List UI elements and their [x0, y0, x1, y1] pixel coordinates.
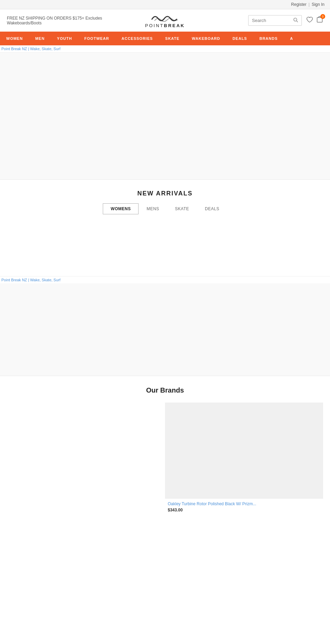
new-arrivals-tabs: WOMENS MENS SKATE DEALS	[7, 203, 323, 214]
top-bar: Register | Sign In	[0, 0, 330, 9]
brands-section: Our Brands Oakley Turbine Rotor Polished…	[0, 376, 330, 522]
tab-mens[interactable]: MENS	[139, 203, 167, 214]
logo-word2: BREAK	[164, 23, 185, 28]
logo[interactable]: POINTBREAK	[145, 13, 185, 28]
new-arrivals-title: NEW ARRIVALS	[7, 190, 323, 197]
nav-item-skate[interactable]: SKATE	[159, 32, 186, 45]
hero-banner	[0, 53, 330, 180]
search-input[interactable]	[252, 18, 293, 23]
heart-icon	[306, 16, 313, 23]
brands-title: Our Brands	[7, 386, 323, 394]
separator: |	[309, 2, 310, 7]
breadcrumb-1: Point Break NZ | Wake, Skate, Surf	[0, 45, 330, 53]
nav-bar: WOMEN MEN YOUTH FOOTWEAR ACCESSORIES SKA…	[0, 32, 330, 45]
product-image-0	[165, 403, 323, 499]
nav-item-brands[interactable]: BRANDS	[253, 32, 284, 45]
header-right: 0	[218, 15, 323, 26]
header-icons: 0	[306, 16, 323, 25]
nav-item-accessories[interactable]: ACCESSORIES	[116, 32, 159, 45]
svg-line-1	[297, 21, 298, 22]
nav-item-a[interactable]: A	[284, 32, 299, 45]
logo-text: POINTBREAK	[145, 23, 185, 28]
breadcrumb-2: Point Break NZ | Wake, Skate, Surf	[0, 276, 330, 283]
cart-button[interactable]: 0	[316, 16, 323, 25]
header-center: POINTBREAK	[112, 13, 218, 28]
search-icon	[293, 18, 298, 22]
tab-skate[interactable]: SKATE	[167, 203, 197, 214]
nav-item-youth[interactable]: YOUTH	[51, 32, 78, 45]
shipping-text: FREE NZ SHIPPING ON ORDERS $175+ Exclude…	[7, 16, 112, 25]
cart-count: 0	[320, 14, 325, 19]
breadcrumb-1-link[interactable]: Point Break NZ | Wake, Skate, Surf	[1, 47, 60, 51]
signin-link[interactable]: Sign In	[312, 2, 324, 7]
nav-item-footwear[interactable]: FOOTWEAR	[78, 32, 115, 45]
nav-item-women[interactable]: WOMEN	[0, 32, 29, 45]
nav-item-deals[interactable]: DEALS	[226, 32, 253, 45]
register-link[interactable]: Register	[291, 2, 307, 7]
products-area	[0, 225, 330, 276]
wishlist-button[interactable]	[306, 16, 313, 25]
logo-wave-icon	[151, 13, 179, 23]
nav-item-wakeboard[interactable]: WAKEBOARD	[186, 32, 226, 45]
product-name-0: Oakley Turbine Rotor Polished Black W/ P…	[165, 499, 323, 507]
new-arrivals-section: NEW ARRIVALS WOMENS MENS SKATE DEALS	[0, 180, 330, 225]
products-row: Oakley Turbine Rotor Polished Black W/ P…	[7, 403, 323, 515]
product-card-placeholder	[7, 403, 165, 515]
nav-item-men[interactable]: MEN	[29, 32, 51, 45]
tab-deals[interactable]: DEALS	[197, 203, 227, 214]
product-card-0[interactable]: Oakley Turbine Rotor Polished Black W/ P…	[165, 403, 323, 515]
search-box[interactable]	[248, 15, 302, 26]
product-price-0: $343.00	[165, 507, 323, 515]
breadcrumb-2-link[interactable]: Point Break NZ | Wake, Skate, Surf	[1, 278, 60, 282]
tab-womens[interactable]: WOMENS	[103, 203, 139, 214]
secondary-banner	[0, 283, 330, 376]
search-button[interactable]	[293, 18, 298, 23]
logo-word1: POINT	[145, 23, 164, 28]
header: FREE NZ SHIPPING ON ORDERS $175+ Exclude…	[0, 9, 330, 32]
